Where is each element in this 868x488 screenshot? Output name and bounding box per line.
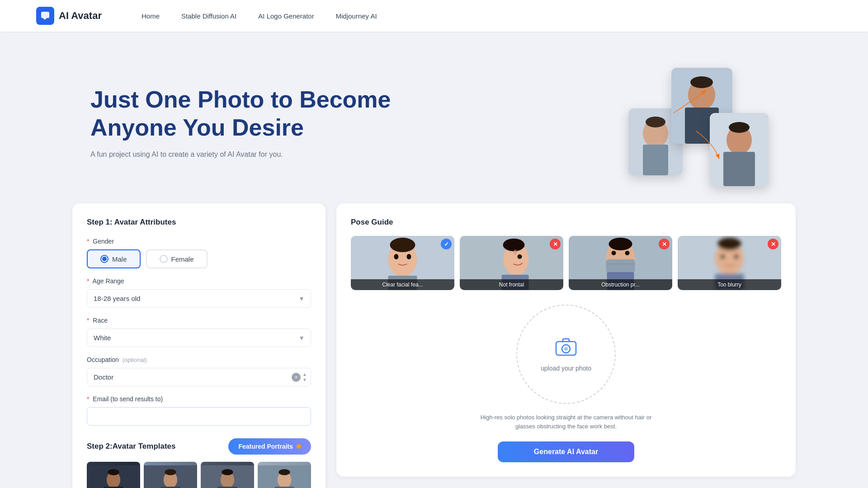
pose-badge-blurry: ✕ xyxy=(768,239,778,249)
email-field: * Email (to send results to) xyxy=(87,395,311,426)
svg-point-54 xyxy=(734,254,739,259)
svg-point-52 xyxy=(718,238,741,250)
svg-point-44 xyxy=(609,238,632,250)
male-radio-dot xyxy=(100,255,108,263)
email-label: * Email (to send results to) xyxy=(87,395,311,403)
gender-label: * Gender xyxy=(87,238,311,245)
pose-badge-not-frontal: ✕ xyxy=(550,239,561,249)
hero-subtext: A fun project using AI to create a varie… xyxy=(90,150,391,159)
nav-stable-diffusion[interactable]: Stable Diffusion AI xyxy=(181,10,236,22)
upload-prompt: upload your photo xyxy=(541,365,591,372)
female-label: Female xyxy=(171,255,194,263)
svg-point-21 xyxy=(165,469,176,475)
pose-badge-obstruction: ✕ xyxy=(659,239,670,249)
race-select-wrapper: White Asian Black Hispanic Other ▼ xyxy=(87,328,311,347)
nav-midjourney[interactable]: Midjourney AI xyxy=(336,10,377,22)
pose-card-clear: ✓ Clear facial fea... xyxy=(351,236,454,290)
gender-radio-group: Male Female xyxy=(87,249,311,268)
age-range-select[interactable]: 18-28 years old 29-40 years old 41-55 ye… xyxy=(87,289,311,308)
pose-label-clear: Clear facial fea... xyxy=(351,279,454,290)
pose-badge-clear: ✓ xyxy=(441,239,452,249)
featured-portraits-btn[interactable]: Featured Portraits xyxy=(228,438,311,455)
svg-point-53 xyxy=(721,254,725,259)
hero-headline: Just One Photo to Become Anyone You Desi… xyxy=(90,85,391,142)
svg-point-38 xyxy=(503,239,525,251)
svg-point-33 xyxy=(394,254,399,259)
svg-point-46 xyxy=(625,251,630,255)
male-label: Male xyxy=(112,255,127,263)
generate-btn[interactable]: Generate AI Avatar xyxy=(498,441,634,462)
occupation-field: Occupation (optional) × ▲ ▼ xyxy=(87,356,311,386)
upload-area[interactable]: upload your photo xyxy=(516,305,616,404)
pose-grid: ✓ Clear facial fea... ✕ No xyxy=(351,236,781,290)
race-label: * Race xyxy=(87,317,311,324)
occupation-optional: (optional) xyxy=(123,357,147,363)
female-radio-dot xyxy=(160,255,168,263)
svg-point-13 xyxy=(729,122,750,133)
template-card-3[interactable] xyxy=(201,462,254,488)
svg-point-25 xyxy=(222,469,233,475)
svg-point-45 xyxy=(612,251,616,255)
upload-hint: High-res solo photos looking straight at… xyxy=(476,413,656,431)
race-select[interactable]: White Asian Black Hispanic Other xyxy=(87,328,311,347)
pose-label-obstruction: Obstruction pr... xyxy=(569,279,672,290)
featured-btn-label: Featured Portraits xyxy=(238,443,293,450)
svg-point-17 xyxy=(108,469,119,475)
pose-label-blurry: Too blurry xyxy=(678,279,781,290)
pose-card-not-frontal: ✕ Not frontal xyxy=(460,236,563,290)
pose-card-obstruction: ✕ Obstruction pr... xyxy=(569,236,672,290)
gender-field: * Gender Male Female xyxy=(87,238,311,268)
gender-female-option[interactable]: Female xyxy=(146,249,208,268)
left-panel: Step 1: Avatar Attributes * Gender Male … xyxy=(72,203,326,488)
svg-rect-0 xyxy=(41,12,49,18)
occupation-step-up[interactable]: ▲ xyxy=(302,372,307,377)
occupation-step-down[interactable]: ▼ xyxy=(302,378,307,382)
nav-ai-logo[interactable]: AI Logo Generator xyxy=(258,10,314,22)
step2-header: Step 2:Avatar Templates Featured Portrai… xyxy=(87,438,311,455)
age-range-label: * Age Range xyxy=(87,277,311,285)
template-grid xyxy=(87,462,311,488)
gender-male-option[interactable]: Male xyxy=(87,249,141,268)
age-range-field: * Age Range 18-28 years old 29-40 years … xyxy=(87,277,311,308)
age-range-select-wrapper: 18-28 years old 29-40 years old 41-55 ye… xyxy=(87,289,311,308)
step1-title: Step 1: Avatar Attributes xyxy=(87,218,311,227)
svg-rect-47 xyxy=(606,259,635,273)
hero-text: Just One Photo to Become Anyone You Desi… xyxy=(90,85,391,159)
occupation-clear-btn[interactable]: × xyxy=(292,373,301,382)
brand-name: AI Avatar xyxy=(59,10,102,22)
main-content: Step 1: Avatar Attributes * Gender Male … xyxy=(0,203,868,488)
step2-title: Step 2:Avatar Templates xyxy=(87,442,176,451)
camera-icon xyxy=(555,337,577,360)
navbar: AI Avatar Home Stable Diffusion AI AI Lo… xyxy=(0,0,868,32)
logo[interactable]: AI Avatar xyxy=(36,7,102,25)
occupation-input-wrapper: × ▲ ▼ xyxy=(87,368,311,386)
template-card-4[interactable] xyxy=(258,462,311,488)
svg-point-29 xyxy=(278,469,290,475)
hero-arrows xyxy=(637,86,728,167)
occupation-stepper: ▲ ▼ xyxy=(302,372,307,382)
svg-rect-12 xyxy=(723,152,755,186)
generate-btn-label: Generate AI Avatar xyxy=(534,448,598,455)
svg-point-34 xyxy=(407,254,411,259)
svg-marker-1 xyxy=(43,18,47,20)
race-field: * Race White Asian Black Hispanic Other … xyxy=(87,317,311,347)
svg-point-40 xyxy=(514,249,517,255)
logo-icon xyxy=(36,7,54,25)
template-card-2[interactable] xyxy=(144,462,197,488)
template-card-1[interactable] xyxy=(87,462,140,488)
occupation-label: Occupation (optional) xyxy=(87,356,311,363)
svg-point-32 xyxy=(390,238,415,252)
svg-point-58 xyxy=(564,347,568,351)
occupation-input[interactable] xyxy=(87,368,288,386)
nav-home[interactable]: Home xyxy=(142,10,160,22)
pose-label-not-frontal: Not frontal xyxy=(460,279,563,290)
occupation-controls: × ▲ ▼ xyxy=(288,372,311,382)
hero-section: Just One Photo to Become Anyone You Desi… xyxy=(0,32,868,203)
hero-images xyxy=(624,59,778,185)
featured-btn-dot xyxy=(297,444,301,449)
pose-guide-title: Pose Guide xyxy=(351,218,781,227)
svg-point-39 xyxy=(518,254,522,259)
right-panel: Pose Guide ✓ Clear facial fea. xyxy=(336,203,796,477)
email-input[interactable] xyxy=(87,407,311,426)
pose-card-blurry: ✕ Too blurry xyxy=(678,236,781,290)
